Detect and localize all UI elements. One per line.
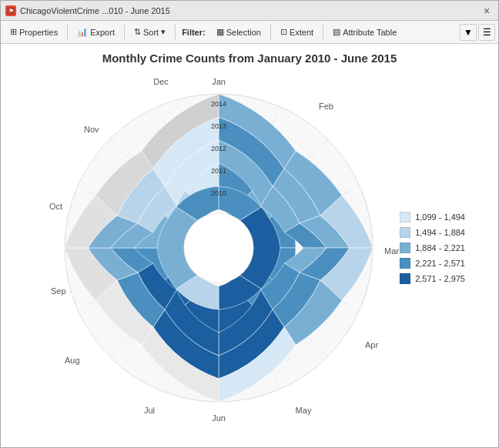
legend-label-5: 2,571 - 2,975	[415, 274, 465, 283]
svg-text:2011: 2011	[211, 167, 226, 175]
legend-label-1: 1,099 - 1,494	[415, 212, 465, 222]
legend-label-3: 1,884 - 2,221	[415, 243, 465, 252]
extent-button[interactable]: ⊡ Extent	[274, 23, 320, 42]
window-title: ChicagoViolentCrime ...010 - June 2015	[20, 6, 480, 15]
legend-color-2	[400, 227, 410, 238]
app-icon: ⚑	[5, 5, 16, 16]
extent-icon: ⊡	[280, 27, 287, 37]
legend-item-2: 1,494 - 1,884	[400, 227, 465, 238]
sort-dropdown-icon: ▾	[161, 27, 166, 37]
export-button[interactable]: 📊 Export	[71, 23, 121, 42]
svg-text:2013: 2013	[211, 122, 226, 130]
svg-text:Dec: Dec	[153, 77, 169, 86]
separator-3	[175, 25, 176, 40]
toolbar: ⊞ Properties 📊 Export ⇅ Sort ▾ Filter: ▦…	[1, 21, 498, 44]
svg-text:Apr: Apr	[365, 340, 378, 349]
overflow-button[interactable]: ▼	[460, 24, 477, 41]
attribute-table-icon: ▤	[333, 27, 340, 37]
legend-color-5	[400, 273, 410, 284]
svg-text:Mar: Mar	[384, 246, 399, 256]
sort-icon: ⇅	[134, 27, 141, 37]
legend-item-4: 2,221 - 2,571	[400, 258, 465, 269]
legend-item-1: 1,099 - 1,494	[400, 212, 465, 222]
filter-label: Filter:	[179, 28, 209, 37]
chart-area: 2010	[34, 71, 465, 425]
svg-text:Jan: Jan	[212, 77, 226, 86]
attribute-table-button[interactable]: ▤ Attribute Table	[327, 23, 403, 42]
legend-item-3: 1,884 - 2,221	[400, 242, 465, 253]
separator-5	[323, 25, 323, 40]
toolbar-right: ▼ ☰	[460, 24, 495, 41]
svg-text:Feb: Feb	[319, 102, 333, 111]
selection-icon: ▦	[216, 27, 224, 37]
svg-text:May: May	[296, 406, 312, 415]
menu-button[interactable]: ☰	[478, 24, 495, 41]
svg-text:Oct: Oct	[49, 202, 62, 211]
svg-point-22	[184, 213, 253, 283]
svg-text:Nov: Nov	[84, 125, 99, 134]
svg-text:2014: 2014	[211, 100, 226, 108]
svg-text:Jun: Jun	[212, 413, 226, 423]
sort-button[interactable]: ⇅ Sort ▾	[128, 23, 172, 42]
legend-color-3	[400, 242, 410, 253]
properties-button[interactable]: ⊞ Properties	[4, 23, 64, 42]
svg-text:Jul: Jul	[144, 406, 155, 415]
selection-button[interactable]: ▦ Selection	[210, 23, 267, 42]
legend-color-1	[400, 212, 410, 222]
chart-content: Monthly Crime Counts from January 2010 -…	[1, 44, 498, 447]
svg-text:Sep: Sep	[51, 286, 66, 296]
svg-text:2012: 2012	[211, 145, 226, 152]
separator-1	[67, 25, 68, 40]
main-window: ⚑ ChicagoViolentCrime ...010 - June 2015…	[0, 0, 499, 448]
svg-text:Aug: Aug	[65, 356, 80, 365]
legend-label-2: 1,494 - 1,884	[415, 228, 465, 237]
chart-title: Monthly Crime Counts from January 2010 -…	[102, 52, 397, 65]
separator-4	[270, 25, 271, 40]
close-button[interactable]: ×	[480, 4, 494, 18]
export-icon: 📊	[77, 27, 88, 37]
legend-item-5: 2,571 - 2,975	[400, 273, 465, 284]
legend-label-4: 2,221 - 2,571	[415, 259, 465, 268]
separator-2	[124, 25, 125, 40]
legend: 1,099 - 1,494 1,494 - 1,884 1,884 - 2,22…	[400, 212, 465, 284]
svg-text:⚑: ⚑	[8, 8, 14, 15]
title-bar: ⚑ ChicagoViolentCrime ...010 - June 2015…	[1, 1, 498, 21]
svg-text:2010: 2010	[211, 189, 226, 197]
chart-svg: 2010	[42, 71, 411, 425]
legend-color-4	[400, 258, 410, 269]
properties-icon: ⊞	[10, 27, 17, 37]
